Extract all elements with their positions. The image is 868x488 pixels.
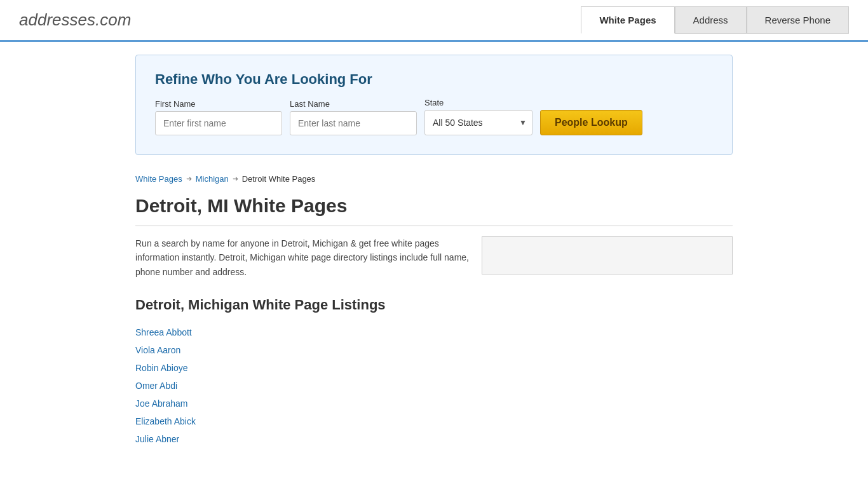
site-header: addresses.com White Pages Address Revers… xyxy=(0,0,868,42)
first-name-input[interactable] xyxy=(155,111,282,135)
tab-address[interactable]: Address xyxy=(675,6,747,34)
state-label: State xyxy=(424,98,532,107)
main-nav: White Pages Address Reverse Phone xyxy=(581,6,849,34)
search-title: Refine Who You Are Looking For xyxy=(155,71,713,88)
first-name-label: First Name xyxy=(155,99,282,109)
first-name-group: First Name xyxy=(155,99,282,135)
main-content: White Pages ➜ Michigan ➜ Detroit White P… xyxy=(135,168,733,467)
divider xyxy=(135,226,733,226)
breadcrumb-arrow-1: ➜ xyxy=(186,175,192,183)
site-logo: addresses.com xyxy=(19,10,131,30)
list-item[interactable]: Shreea Abbott xyxy=(135,323,733,341)
listings-list: Shreea Abbott Viola Aaron Robin Abioye O… xyxy=(135,323,733,448)
list-item[interactable]: Robin Abioye xyxy=(135,359,733,377)
description-text: Run a search by name for anyone in Detro… xyxy=(135,236,469,279)
list-item[interactable]: Viola Aaron xyxy=(135,341,733,359)
last-name-group: Last Name xyxy=(290,99,417,135)
search-fields: First Name Last Name State All 50 States… xyxy=(155,98,713,135)
state-select[interactable]: All 50 States Alabama Alaska Arizona Ark… xyxy=(433,118,519,128)
breadcrumb-arrow-2: ➜ xyxy=(233,175,238,183)
people-lookup-button[interactable]: People Lookup xyxy=(540,110,642,135)
tab-white-pages[interactable]: White Pages xyxy=(581,6,674,34)
last-name-label: Last Name xyxy=(290,99,417,109)
page-title: Detroit, MI White Pages xyxy=(135,195,733,217)
search-box: Refine Who You Are Looking For First Nam… xyxy=(135,55,733,155)
ad-banner xyxy=(482,236,733,274)
list-item[interactable]: Julie Abner xyxy=(135,430,733,448)
dropdown-arrow-icon: ▼ xyxy=(519,118,527,127)
breadcrumb: White Pages ➜ Michigan ➜ Detroit White P… xyxy=(135,174,733,184)
breadcrumb-current: Detroit White Pages xyxy=(242,174,316,184)
breadcrumb-michigan[interactable]: Michigan xyxy=(196,174,229,184)
tab-reverse-phone[interactable]: Reverse Phone xyxy=(747,6,849,34)
list-item[interactable]: Omer Abdi xyxy=(135,377,733,395)
listings-title: Detroit, Michigan White Page Listings xyxy=(135,297,733,313)
state-group: State All 50 States Alabama Alaska Arizo… xyxy=(424,98,532,135)
list-item[interactable]: Joe Abraham xyxy=(135,395,733,412)
list-item[interactable]: Elizabeth Abick xyxy=(135,412,733,430)
breadcrumb-white-pages[interactable]: White Pages xyxy=(135,174,182,184)
state-select-wrapper: All 50 States Alabama Alaska Arizona Ark… xyxy=(424,110,532,135)
last-name-input[interactable] xyxy=(290,111,417,135)
description-area: Run a search by name for anyone in Detro… xyxy=(135,236,733,279)
